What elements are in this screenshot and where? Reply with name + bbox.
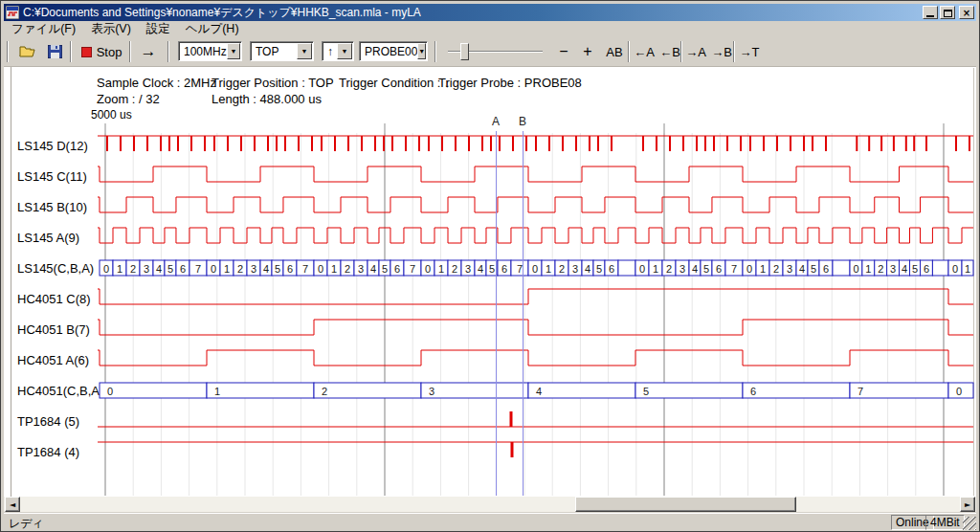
window-title: C:¥Documents and Settings¥noname¥デスクトップ¥… (23, 5, 421, 21)
signal-label: HC4051 C(8) (17, 292, 91, 307)
separator (680, 41, 682, 62)
toolbar-grip (7, 41, 9, 62)
app-window: C:¥Documents and Settings¥noname¥デスクトップ¥… (0, 0, 980, 532)
separator (434, 41, 436, 62)
trigger-position-value: TOP (251, 45, 297, 58)
trigger-position-select[interactable]: TOP ▼ (250, 41, 314, 61)
signal-label: HC4051(C,B,A) (17, 384, 103, 399)
separator (733, 41, 735, 62)
zoom-out-button[interactable]: − (553, 41, 574, 62)
sample-clock-value: 100MHz (179, 45, 227, 58)
move-left-to-b-button[interactable]: ←B (657, 41, 682, 62)
signal-label: TP1684 (5) (17, 414, 79, 430)
scrollbar-thumb[interactable] (575, 497, 796, 512)
move-right-to-a-button[interactable]: →A (683, 41, 708, 62)
floppy-save-icon (48, 45, 62, 58)
stop-label: Stop (97, 45, 122, 59)
separator (167, 41, 169, 62)
info-sample-clock: Sample Clock : 2MHz (97, 76, 216, 90)
scroll-right-button[interactable]: ► (960, 497, 975, 512)
signal-label: HC4051 B(7) (17, 322, 90, 338)
info-trigger-condition: Trigger Condition : ↓ (339, 76, 451, 90)
menu-item-1[interactable]: 表示(V) (83, 20, 139, 38)
scroll-left-button[interactable]: ◄ (5, 497, 20, 512)
title-bar[interactable]: C:¥Documents and Settings¥noname¥デスクトップ¥… (4, 4, 976, 21)
minimize-icon (926, 15, 934, 17)
ruler-time-label: 5000 us (91, 108, 132, 122)
resize-grip-icon[interactable] (963, 517, 976, 530)
move-left-to-a-button[interactable]: ←A (632, 41, 657, 62)
chevron-down-icon[interactable]: ▼ (337, 43, 352, 59)
chevron-down-icon[interactable]: ▼ (227, 43, 240, 59)
zoom-in-button[interactable]: + (577, 41, 598, 62)
goto-trigger-button[interactable]: →T (737, 41, 762, 62)
move-right-to-b-button[interactable]: →B (709, 41, 734, 62)
signal-label: TP1684 (4) (17, 445, 79, 460)
waveform-client-area: Sample Clock : 2MHz Trigger Position : T… (4, 67, 976, 497)
status-ready-text: レディ (9, 516, 44, 532)
trigger-edge-value: ↑ (323, 45, 337, 58)
maximize-icon (944, 10, 952, 17)
probe-select[interactable]: PROBE00 ▼ (359, 41, 428, 61)
signal-label: LS145 D(12) (17, 139, 88, 154)
cursor-label-A: A (490, 115, 501, 128)
probe-value: PROBE00 (360, 45, 417, 58)
signal-label: LS145 B(10) (17, 200, 87, 215)
menu-item-0[interactable]: ファイル(F) (4, 20, 83, 38)
info-zoom: Zoom : / 32 (97, 92, 160, 106)
sample-clock-select[interactable]: 100MHz ▼ (178, 41, 242, 61)
run-button[interactable]: → (134, 41, 163, 62)
panel-divider (11, 67, 12, 497)
horizontal-scrollbar[interactable]: ◄ ► (4, 497, 976, 512)
stop-square-icon (81, 47, 92, 57)
signal-label: LS145(C,B,A) (17, 261, 94, 277)
ab-cursor-button[interactable]: AB (602, 41, 627, 62)
separator (70, 41, 72, 62)
app-icon (6, 6, 19, 19)
status-memory-badge: 4MBit (925, 515, 965, 530)
maximize-button[interactable] (940, 6, 955, 19)
separator (129, 41, 131, 62)
close-button[interactable]: × (959, 6, 974, 19)
chevron-down-icon[interactable]: ▼ (297, 43, 312, 59)
info-trigger-probe: Trigger Probe : PROBE08 (438, 76, 582, 90)
separator (628, 41, 630, 62)
info-trigger-position: Trigger Position : TOP (212, 76, 334, 90)
zoom-slider-thumb[interactable] (460, 43, 469, 60)
menu-bar: ファイル(F)表示(V)設定ヘルプ(H) (4, 21, 976, 37)
signal-label: LS145 C(11) (17, 169, 87, 185)
open-folder-icon (19, 45, 36, 58)
status-bar: レディ Online 4MBit (4, 513, 976, 530)
cursor-label-B: B (517, 115, 528, 128)
info-length: Length : 488.000 us (212, 92, 322, 106)
trigger-edge-select[interactable]: ↑ ▼ (322, 41, 354, 61)
open-file-button[interactable] (15, 41, 40, 62)
stop-button[interactable]: Stop (78, 41, 125, 62)
save-button[interactable] (42, 41, 67, 62)
menu-item-2[interactable]: 設定 (139, 20, 178, 38)
toolbar: Stop → 100MHz ▼ TOP ▼ ↑ ▼ PROBE00 ▼ − + … (4, 37, 976, 67)
minimize-button[interactable] (923, 6, 938, 19)
signal-label: HC4051 A(6) (17, 353, 89, 368)
menu-item-3[interactable]: ヘルプ(H) (178, 20, 247, 38)
chevron-down-icon[interactable]: ▼ (417, 43, 426, 59)
signal-label: LS145 A(9) (17, 231, 79, 246)
